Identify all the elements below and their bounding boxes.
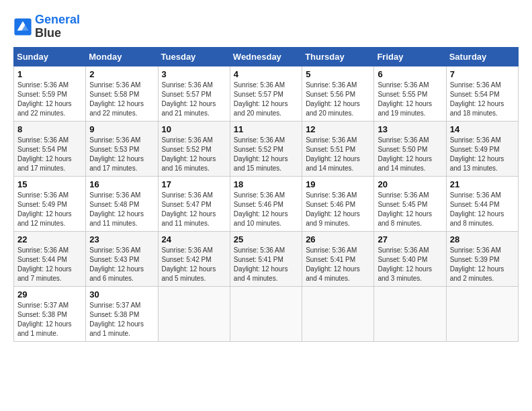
calendar-cell: 12 Sunrise: 5:36 AM Sunset: 5:51 PM Dayl… [302,121,374,176]
day-number: 16 [89,179,154,189]
day-info: Sunrise: 5:36 AM Sunset: 5:46 PM Dayligh… [234,191,298,228]
day-number: 21 [450,179,515,189]
day-number: 29 [17,289,82,300]
day-info: Sunrise: 5:36 AM Sunset: 5:47 PM Dayligh… [162,191,226,228]
calendar-cell [374,286,446,341]
calendar-cell: 7 Sunrise: 5:36 AM Sunset: 5:54 PM Dayli… [446,66,518,121]
calendar-cell: 1 Sunrise: 5:36 AM Sunset: 5:59 PM Dayli… [14,66,86,121]
calendar-cell: 24 Sunrise: 5:36 AM Sunset: 5:42 PM Dayl… [158,231,230,286]
calendar-cell: 30 Sunrise: 5:37 AM Sunset: 5:38 PM Dayl… [86,286,158,341]
logo-text: General Blue [35,13,80,40]
day-number: 25 [234,234,298,244]
day-number: 19 [306,179,370,189]
day-number: 8 [17,124,82,134]
day-number: 24 [162,234,226,244]
calendar-table: SundayMondayTuesdayWednesdayThursdayFrid… [13,47,519,342]
weekday-header-tuesday: Tuesday [158,47,230,66]
calendar-body: 1 Sunrise: 5:36 AM Sunset: 5:59 PM Dayli… [14,66,519,341]
calendar-cell: 10 Sunrise: 5:36 AM Sunset: 5:52 PM Dayl… [158,121,230,176]
weekday-header-row: SundayMondayTuesdayWednesdayThursdayFrid… [14,47,519,66]
calendar-cell: 14 Sunrise: 5:36 AM Sunset: 5:49 PM Dayl… [446,121,518,176]
day-info: Sunrise: 5:37 AM Sunset: 5:38 PM Dayligh… [89,301,154,338]
day-info: Sunrise: 5:36 AM Sunset: 5:59 PM Dayligh… [17,81,82,118]
day-info: Sunrise: 5:36 AM Sunset: 5:42 PM Dayligh… [162,246,226,283]
day-info: Sunrise: 5:36 AM Sunset: 5:53 PM Dayligh… [89,136,154,173]
calendar-cell: 21 Sunrise: 5:36 AM Sunset: 5:44 PM Dayl… [446,176,518,231]
day-number: 5 [306,69,370,79]
day-info: Sunrise: 5:37 AM Sunset: 5:38 PM Dayligh… [17,301,82,338]
day-info: Sunrise: 5:36 AM Sunset: 5:57 PM Dayligh… [234,81,298,118]
calendar-cell: 18 Sunrise: 5:36 AM Sunset: 5:46 PM Dayl… [230,176,302,231]
calendar-cell: 11 Sunrise: 5:36 AM Sunset: 5:52 PM Dayl… [230,121,302,176]
page-header: General Blue [13,13,519,40]
day-info: Sunrise: 5:36 AM Sunset: 5:40 PM Dayligh… [378,246,442,283]
calendar-week-5: 29 Sunrise: 5:37 AM Sunset: 5:38 PM Dayl… [14,286,519,341]
day-number: 26 [306,234,370,244]
calendar-cell: 15 Sunrise: 5:36 AM Sunset: 5:49 PM Dayl… [14,176,86,231]
calendar-week-4: 22 Sunrise: 5:36 AM Sunset: 5:44 PM Dayl… [14,231,519,286]
day-info: Sunrise: 5:36 AM Sunset: 5:51 PM Dayligh… [306,136,370,173]
calendar-cell: 16 Sunrise: 5:36 AM Sunset: 5:48 PM Dayl… [86,176,158,231]
day-info: Sunrise: 5:36 AM Sunset: 5:50 PM Dayligh… [378,136,442,173]
calendar-cell [230,286,302,341]
day-info: Sunrise: 5:36 AM Sunset: 5:54 PM Dayligh… [450,81,515,118]
calendar-cell [446,286,518,341]
day-info: Sunrise: 5:36 AM Sunset: 5:49 PM Dayligh… [450,136,515,173]
calendar-cell: 2 Sunrise: 5:36 AM Sunset: 5:58 PM Dayli… [86,66,158,121]
day-number: 3 [162,69,226,79]
logo-icon [13,17,32,36]
day-info: Sunrise: 5:36 AM Sunset: 5:55 PM Dayligh… [378,81,442,118]
calendar-cell: 20 Sunrise: 5:36 AM Sunset: 5:45 PM Dayl… [374,176,446,231]
weekday-header-friday: Friday [374,47,446,66]
day-number: 15 [17,179,82,189]
day-number: 28 [450,234,515,244]
calendar-week-3: 15 Sunrise: 5:36 AM Sunset: 5:49 PM Dayl… [14,176,519,231]
calendar-cell: 13 Sunrise: 5:36 AM Sunset: 5:50 PM Dayl… [374,121,446,176]
day-info: Sunrise: 5:36 AM Sunset: 5:41 PM Dayligh… [234,246,298,283]
calendar-cell: 25 Sunrise: 5:36 AM Sunset: 5:41 PM Dayl… [230,231,302,286]
calendar-cell: 22 Sunrise: 5:36 AM Sunset: 5:44 PM Dayl… [14,231,86,286]
day-number: 20 [378,179,442,189]
weekday-header-monday: Monday [86,47,158,66]
calendar-cell: 17 Sunrise: 5:36 AM Sunset: 5:47 PM Dayl… [158,176,230,231]
weekday-header-sunday: Sunday [14,47,86,66]
calendar-cell [158,286,230,341]
day-number: 14 [450,124,515,134]
logo: General Blue [13,13,80,40]
day-info: Sunrise: 5:36 AM Sunset: 5:45 PM Dayligh… [378,191,442,228]
calendar-week-2: 8 Sunrise: 5:36 AM Sunset: 5:54 PM Dayli… [14,121,519,176]
day-info: Sunrise: 5:36 AM Sunset: 5:44 PM Dayligh… [17,246,82,283]
calendar-cell: 29 Sunrise: 5:37 AM Sunset: 5:38 PM Dayl… [14,286,86,341]
day-info: Sunrise: 5:36 AM Sunset: 5:39 PM Dayligh… [450,246,515,283]
day-number: 4 [234,69,298,79]
calendar-week-1: 1 Sunrise: 5:36 AM Sunset: 5:59 PM Dayli… [14,66,519,121]
day-number: 1 [17,69,82,79]
day-info: Sunrise: 5:36 AM Sunset: 5:43 PM Dayligh… [89,246,154,283]
day-number: 11 [234,124,298,134]
day-number: 2 [89,69,154,79]
day-number: 7 [450,69,515,79]
day-info: Sunrise: 5:36 AM Sunset: 5:52 PM Dayligh… [162,136,226,173]
day-info: Sunrise: 5:36 AM Sunset: 5:41 PM Dayligh… [306,246,370,283]
day-info: Sunrise: 5:36 AM Sunset: 5:54 PM Dayligh… [17,136,82,173]
day-number: 10 [162,124,226,134]
day-number: 17 [162,179,226,189]
day-number: 18 [234,179,298,189]
day-number: 23 [89,234,154,244]
calendar-cell: 5 Sunrise: 5:36 AM Sunset: 5:56 PM Dayli… [302,66,374,121]
day-info: Sunrise: 5:36 AM Sunset: 5:46 PM Dayligh… [306,191,370,228]
day-number: 30 [89,289,154,300]
weekday-header-thursday: Thursday [302,47,374,66]
calendar-cell: 6 Sunrise: 5:36 AM Sunset: 5:55 PM Dayli… [374,66,446,121]
weekday-header-wednesday: Wednesday [230,47,302,66]
day-number: 9 [89,124,154,134]
calendar-cell: 23 Sunrise: 5:36 AM Sunset: 5:43 PM Dayl… [86,231,158,286]
day-info: Sunrise: 5:36 AM Sunset: 5:52 PM Dayligh… [234,136,298,173]
day-number: 6 [378,69,442,79]
day-info: Sunrise: 5:36 AM Sunset: 5:57 PM Dayligh… [162,81,226,118]
day-info: Sunrise: 5:36 AM Sunset: 5:58 PM Dayligh… [89,81,154,118]
day-number: 13 [378,124,442,134]
day-info: Sunrise: 5:36 AM Sunset: 5:48 PM Dayligh… [89,191,154,228]
calendar-cell: 27 Sunrise: 5:36 AM Sunset: 5:40 PM Dayl… [374,231,446,286]
day-number: 27 [378,234,442,244]
